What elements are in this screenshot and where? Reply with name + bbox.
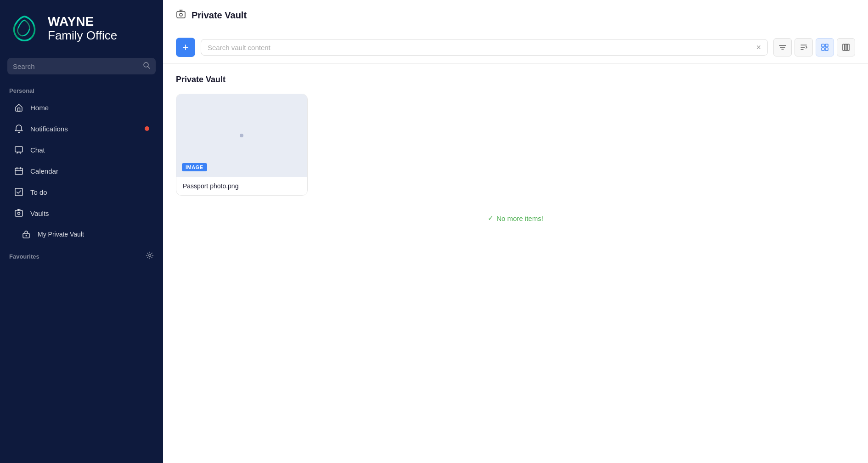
- svg-rect-4: [15, 147, 23, 152]
- page-header: Private Vault: [163, 0, 868, 31]
- sidebar-item-todo-label: To do: [30, 188, 47, 196]
- vaults-icon: [14, 208, 24, 218]
- svg-rect-25: [825, 44, 828, 47]
- no-more-label: No more items!: [496, 215, 543, 222]
- image-type-badge: IMAGE: [182, 163, 207, 171]
- svg-line-2: [148, 67, 150, 68]
- logo-text: WAYNE Family Office: [48, 15, 117, 42]
- no-more-items: ✓ No more items!: [176, 214, 855, 222]
- brand-name-line2: Family Office: [48, 29, 117, 42]
- filter-button[interactable]: [773, 38, 792, 56]
- sidebar-item-calendar[interactable]: Calendar: [5, 161, 158, 181]
- sidebar-item-notifications[interactable]: Notifications: [5, 119, 158, 139]
- svg-rect-27: [825, 48, 828, 51]
- logo-icon: [9, 13, 40, 44]
- sidebar-item-vaults-label: Vaults: [30, 209, 49, 217]
- content-area: Private Vault IMAGE Passport photo.png ✓…: [163, 64, 868, 463]
- sidebar-item-my-private-vault[interactable]: My Private Vault: [5, 224, 158, 244]
- sidebar: WAYNE Family Office Personal Home: [0, 0, 163, 463]
- svg-rect-17: [177, 11, 185, 18]
- vault-lock-icon: [21, 229, 31, 239]
- favourites-settings-icon[interactable]: [146, 251, 154, 261]
- clear-search-button[interactable]: ×: [756, 43, 761, 51]
- vault-search-box[interactable]: ×: [201, 39, 768, 56]
- svg-point-15: [26, 235, 27, 237]
- sidebar-item-chat[interactable]: Chat: [5, 140, 158, 160]
- card-filename: Passport photo.png: [183, 182, 301, 190]
- chat-icon: [14, 145, 24, 155]
- sidebar-item-home-label: Home: [30, 104, 49, 112]
- notification-dot: [145, 126, 149, 131]
- card-info: Passport photo.png: [176, 177, 307, 195]
- svg-rect-30: [847, 44, 849, 51]
- card-thumbnail: IMAGE: [176, 94, 307, 177]
- logo-area: WAYNE Family Office: [0, 0, 163, 53]
- svg-rect-10: [15, 210, 23, 216]
- sidebar-item-my-private-vault-label: My Private Vault: [38, 231, 84, 238]
- svg-point-16: [149, 254, 151, 257]
- page-title: Private Vault: [192, 10, 247, 21]
- vault-header-icon: [176, 9, 186, 22]
- sidebar-item-chat-label: Chat: [30, 146, 45, 154]
- home-icon: [14, 102, 24, 113]
- sidebar-item-home[interactable]: Home: [5, 97, 158, 118]
- add-button[interactable]: +: [176, 38, 195, 57]
- svg-point-18: [180, 13, 182, 16]
- personal-section-label: Personal: [0, 84, 163, 97]
- checkmark-icon: ✓: [488, 214, 494, 222]
- checkbox-icon: [14, 187, 24, 197]
- toolbar: + ×: [163, 31, 868, 64]
- svg-rect-3: [18, 108, 20, 111]
- calendar-icon: [14, 166, 24, 176]
- favourites-header: Favourites: [0, 245, 163, 264]
- brand-name-line1: WAYNE: [48, 15, 117, 29]
- sidebar-item-calendar-label: Calendar: [30, 167, 58, 175]
- grid-view-button[interactable]: [816, 38, 834, 56]
- svg-rect-28: [843, 44, 845, 51]
- main-content: Private Vault + ×: [163, 0, 868, 463]
- svg-rect-9: [15, 188, 23, 196]
- svg-point-11: [18, 212, 20, 215]
- search-icon: [143, 62, 150, 71]
- sidebar-item-todo[interactable]: To do: [5, 182, 158, 202]
- sidebar-item-notifications-label: Notifications: [30, 125, 68, 133]
- items-grid: IMAGE Passport photo.png: [176, 94, 589, 196]
- vault-search-input[interactable]: [208, 44, 751, 51]
- sidebar-search-box[interactable]: [7, 58, 156, 74]
- svg-rect-29: [845, 44, 847, 51]
- vault-item-passport-photo[interactable]: IMAGE Passport photo.png: [176, 94, 308, 196]
- bell-icon: [14, 124, 24, 134]
- sort-button[interactable]: [795, 38, 813, 56]
- sidebar-search-input[interactable]: [13, 62, 139, 70]
- svg-rect-26: [822, 48, 824, 51]
- favourites-label: Favourites: [9, 253, 39, 260]
- sidebar-item-vaults[interactable]: Vaults: [5, 203, 158, 223]
- section-title: Private Vault: [176, 75, 855, 85]
- svg-rect-24: [822, 44, 824, 47]
- columns-view-button[interactable]: [837, 38, 855, 56]
- thumbnail-dot: [240, 134, 243, 137]
- view-controls: [773, 38, 855, 56]
- svg-rect-5: [15, 168, 23, 175]
